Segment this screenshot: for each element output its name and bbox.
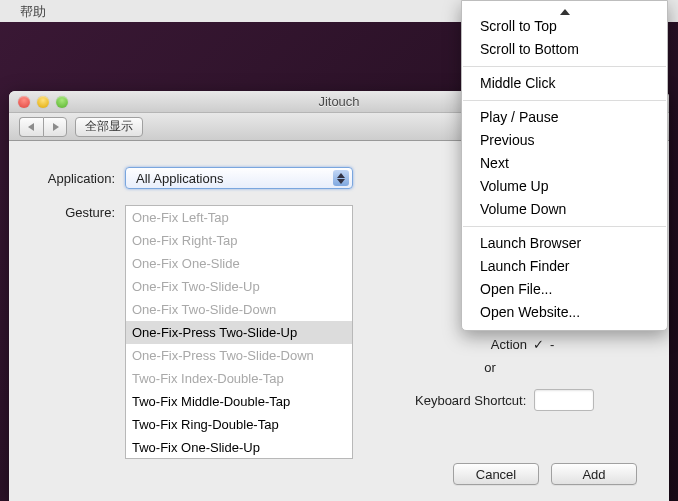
menu-separator — [463, 100, 666, 101]
gesture-item[interactable]: Two-Fix Index-Double-Tap — [126, 367, 352, 390]
menu-scroll-up-icon[interactable] — [462, 3, 667, 15]
cancel-button[interactable]: Cancel — [453, 463, 539, 485]
menu-item[interactable]: Scroll to Bottom — [462, 38, 667, 61]
gesture-item[interactable]: One-Fix Right-Tap — [126, 229, 352, 252]
triangle-left-icon — [28, 123, 36, 131]
svg-marker-3 — [337, 179, 345, 184]
menu-item[interactable]: Volume Down — [462, 198, 667, 221]
gesture-item[interactable]: One-Fix One-Slide — [126, 252, 352, 275]
button-bar: Cancel Add — [453, 463, 637, 485]
menu-item[interactable]: Open File... — [462, 278, 667, 301]
show-all-button[interactable]: 全部显示 — [75, 117, 143, 137]
menu-item[interactable]: Open Website... — [462, 301, 667, 324]
forward-button[interactable] — [43, 117, 67, 137]
keyboard-shortcut-label: Keyboard Shortcut: — [415, 393, 526, 408]
gesture-item[interactable]: Two-Fix Middle-Double-Tap — [126, 390, 352, 413]
gesture-item[interactable]: One-Fix Two-Slide-Up — [126, 275, 352, 298]
menu-item[interactable]: Launch Finder — [462, 255, 667, 278]
menu-item[interactable]: Play / Pause — [462, 106, 667, 129]
back-button[interactable] — [19, 117, 43, 137]
menu-item[interactable]: Scroll to Top — [462, 15, 667, 38]
application-label: Application: — [29, 171, 125, 186]
menu-item[interactable]: Volume Up — [462, 175, 667, 198]
action-popup-menu[interactable]: Scroll to TopScroll to BottomMiddle Clic… — [461, 0, 668, 331]
add-button[interactable]: Add — [551, 463, 637, 485]
application-dropdown[interactable]: All Applications — [125, 167, 353, 189]
gesture-label: Gesture: — [29, 205, 125, 220]
right-column: Action ✓ - or Keyboard Shortcut: — [415, 337, 594, 411]
application-dropdown-value: All Applications — [136, 171, 223, 186]
svg-marker-0 — [28, 123, 34, 131]
menu-item[interactable]: Previous — [462, 129, 667, 152]
menu-separator — [463, 66, 666, 67]
keyboard-shortcut-input[interactable] — [534, 389, 594, 411]
menu-item[interactable]: Middle Click — [462, 72, 667, 95]
nav-segment — [19, 117, 67, 137]
menu-separator — [463, 226, 666, 227]
gesture-item[interactable]: Two-Fix One-Slide-Up — [126, 436, 352, 459]
action-value: - — [550, 337, 554, 352]
gesture-item[interactable]: Two-Fix Ring-Double-Tap — [126, 413, 352, 436]
action-label: Action — [415, 337, 527, 352]
menu-item[interactable]: Next — [462, 152, 667, 175]
menu-item[interactable]: Launch Browser — [462, 232, 667, 255]
action-check-icon: ✓ — [533, 337, 544, 352]
gesture-item[interactable]: One-Fix-Press Two-Slide-Up — [126, 321, 352, 344]
gesture-listbox[interactable]: One-Fix Left-TapOne-Fix Right-TapOne-Fix… — [125, 205, 353, 459]
background-menu-item: 帮助 — [20, 3, 46, 21]
gesture-item[interactable]: One-Fix Two-Slide-Down — [126, 298, 352, 321]
gesture-item[interactable]: One-Fix-Press Two-Slide-Down — [126, 344, 352, 367]
triangle-right-icon — [51, 123, 59, 131]
action-row: Action ✓ - — [415, 337, 594, 352]
svg-marker-2 — [337, 173, 345, 178]
svg-marker-4 — [560, 9, 570, 15]
keyboard-shortcut-row: Keyboard Shortcut: — [415, 389, 594, 411]
or-label: or — [415, 360, 565, 375]
svg-marker-1 — [53, 123, 59, 131]
dropdown-arrows-icon — [333, 170, 349, 186]
gesture-item[interactable]: One-Fix Left-Tap — [126, 206, 352, 229]
